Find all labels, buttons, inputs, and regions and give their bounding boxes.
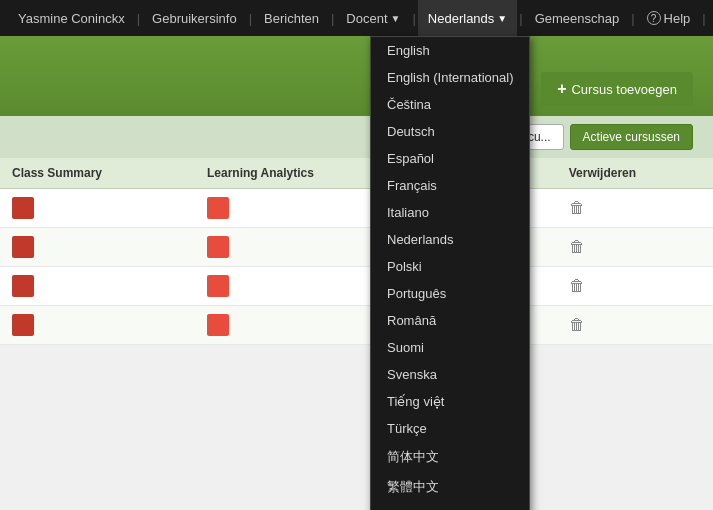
table-row: 🗑: [0, 228, 713, 267]
col-class-summary: Class Summary: [0, 158, 195, 189]
nav-gemeenschap[interactable]: Gemeenschap: [525, 0, 630, 36]
language-option-english[interactable]: English: [371, 37, 529, 64]
cell-verwijderen[interactable]: 🗑: [557, 228, 713, 267]
nav-berichten[interactable]: Berichten: [254, 0, 329, 36]
table-row: 🗑: [0, 189, 713, 228]
active-courses-button[interactable]: Actieve cursussen: [570, 124, 693, 150]
summary-chart-icon: [12, 236, 34, 258]
delete-icon[interactable]: 🗑: [569, 238, 585, 255]
nav-nederlands[interactable]: Nederlands ▼: [418, 0, 517, 36]
summary-chart-icon: [12, 197, 34, 219]
language-option-tieng-viet[interactable]: Tiếng việt: [371, 388, 529, 415]
cell-class-summary[interactable]: [0, 189, 195, 228]
language-option-deutsch[interactable]: Deutsch: [371, 118, 529, 145]
add-course-button[interactable]: + Cursus toevoegen: [541, 72, 693, 106]
cell-verwijderen[interactable]: 🗑: [557, 306, 713, 345]
cell-class-summary[interactable]: [0, 228, 195, 267]
table-row: 🗑: [0, 306, 713, 345]
filter-bar: Alle cu... Actieve cursussen: [0, 116, 713, 158]
nav-help[interactable]: ? Help: [637, 0, 701, 36]
cell-verwijderen[interactable]: 🗑: [557, 267, 713, 306]
language-option-cestina[interactable]: Čeština: [371, 91, 529, 118]
nav-docent[interactable]: Docent ▼: [336, 0, 410, 36]
course-table: Class Summary Learning Analytics Be... n…: [0, 158, 713, 345]
analytics-chart-icon: [207, 197, 229, 219]
language-option-japanese[interactable]: 日本語: [371, 502, 529, 510]
language-option-svenska[interactable]: Svenska: [371, 361, 529, 388]
language-option-english-int[interactable]: English (International): [371, 64, 529, 91]
page-header: + Cursus toevoegen: [0, 36, 713, 116]
analytics-chart-icon: [207, 275, 229, 297]
plus-icon: +: [557, 80, 566, 98]
delete-icon[interactable]: 🗑: [569, 316, 585, 333]
language-option-simplified-chinese[interactable]: 简体中文: [371, 442, 529, 472]
language-option-francais[interactable]: Français: [371, 172, 529, 199]
language-option-nederlands[interactable]: Nederlands: [371, 226, 529, 253]
col-verwijderen: Verwijderen: [557, 158, 713, 189]
table-row: 🗑: [0, 267, 713, 306]
table-header-row: Class Summary Learning Analytics Be... n…: [0, 158, 713, 189]
language-option-polski[interactable]: Polski: [371, 253, 529, 280]
language-dropdown-menu: EnglishEnglish (International)ČeštinaDeu…: [370, 36, 530, 510]
cell-class-summary[interactable]: [0, 306, 195, 345]
analytics-chart-icon: [207, 236, 229, 258]
language-option-traditional-chinese[interactable]: 繁體中文: [371, 472, 529, 502]
summary-chart-icon: [12, 275, 34, 297]
docent-dropdown-arrow: ▼: [391, 13, 401, 24]
language-option-portugues[interactable]: Português: [371, 280, 529, 307]
language-option-romana[interactable]: Română: [371, 307, 529, 334]
nav-gebruikersinfo[interactable]: Gebruikersinfo: [142, 0, 247, 36]
summary-chart-icon: [12, 314, 34, 336]
language-dropdown-arrow: ▼: [497, 13, 507, 24]
language-option-turkce[interactable]: Türkçe: [371, 415, 529, 442]
help-icon: ?: [647, 11, 661, 25]
cell-class-summary[interactable]: [0, 267, 195, 306]
analytics-chart-icon: [207, 314, 229, 336]
main-content: + Cursus toevoegen Alle cu... Actieve cu…: [0, 36, 713, 345]
cell-verwijderen[interactable]: 🗑: [557, 189, 713, 228]
language-option-suomi[interactable]: Suomi: [371, 334, 529, 361]
delete-icon[interactable]: 🗑: [569, 277, 585, 294]
nav-username[interactable]: Yasmine Coninckx: [8, 0, 135, 36]
nav-uitloggen[interactable]: Uitloggen: [708, 0, 713, 36]
delete-icon[interactable]: 🗑: [569, 199, 585, 216]
language-option-italiano[interactable]: Italiano: [371, 199, 529, 226]
top-navigation: Yasmine Coninckx | Gebruikersinfo | Beri…: [0, 0, 713, 36]
language-option-espanol[interactable]: Español: [371, 145, 529, 172]
